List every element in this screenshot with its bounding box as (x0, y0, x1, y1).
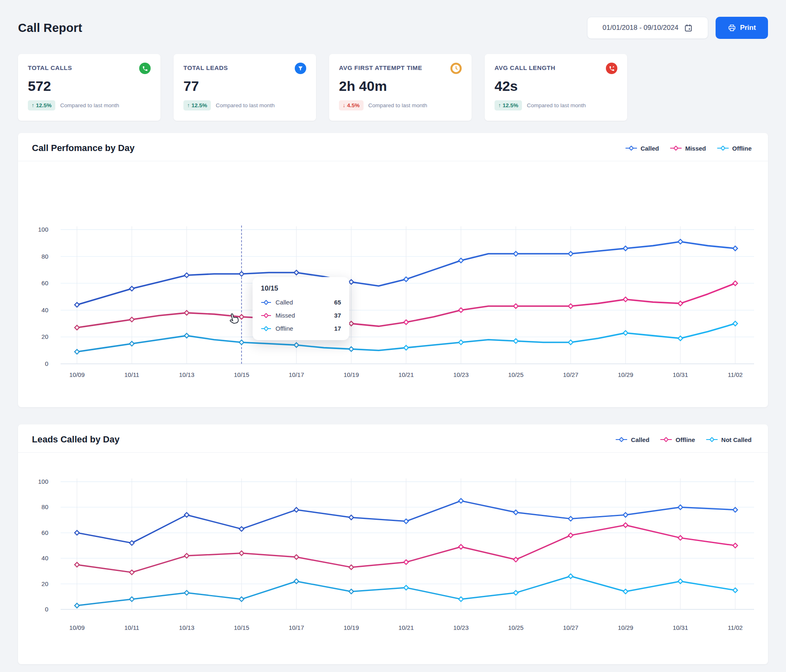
stat-card-avg-first-attempt: AVG FIRST ATTEMPT TIME 2h 40m ↓4.5% Comp… (329, 54, 472, 121)
topbar: Call Report 01/01/2018 - 09/10/2024 (18, 16, 768, 39)
chart-tooltip: 10/15 Called65Missed37Offline17 (253, 277, 349, 340)
tooltip-row-offline: Offline17 (261, 325, 341, 332)
svg-text:10/23: 10/23 (453, 624, 469, 631)
svg-text:10/15: 10/15 (234, 624, 249, 631)
legend-item-not-called[interactable]: Not Called (706, 436, 752, 443)
svg-text:10/31: 10/31 (673, 624, 688, 631)
stat-label: AVG CALL LENGTH (495, 63, 556, 71)
svg-text:10/19: 10/19 (343, 371, 359, 378)
delta-badge: ↓4.5% (339, 100, 364, 110)
svg-text:10/29: 10/29 (618, 624, 633, 631)
call-report-page: Call Report 01/01/2018 - 09/10/2024 (0, 0, 786, 672)
chart-title: Leads Called by Day (32, 434, 120, 445)
leads-called-chart[interactable]: 02040608010010/0910/1110/1310/1510/1710/… (18, 453, 768, 659)
svg-text:10/17: 10/17 (289, 624, 304, 631)
svg-text:80: 80 (41, 503, 48, 510)
svg-text:100: 100 (38, 478, 48, 485)
svg-text:10/13: 10/13 (179, 624, 194, 631)
stat-note: Compared to last month (527, 102, 586, 108)
stat-note: Compared to last month (216, 102, 275, 108)
svg-text:10/25: 10/25 (508, 624, 524, 631)
arrow-up-icon: ↑ (498, 102, 501, 108)
stat-value: 2h 40m (339, 78, 462, 94)
svg-text:20: 20 (41, 580, 48, 587)
svg-text:11/02: 11/02 (728, 371, 743, 378)
delta-badge: ↑12.5% (495, 100, 522, 110)
date-range-picker[interactable]: 01/01/2018 - 09/10/2024 (587, 17, 708, 39)
svg-text:10/17: 10/17 (289, 371, 304, 378)
svg-text:10/13: 10/13 (179, 371, 194, 378)
topbar-actions: 01/01/2018 - 09/10/2024 (587, 17, 768, 39)
svg-text:10/21: 10/21 (398, 371, 414, 378)
arrow-up-icon: ↑ (187, 102, 190, 108)
svg-text:10/11: 10/11 (124, 371, 139, 378)
phone-icon (139, 63, 151, 74)
printer-icon (728, 24, 736, 32)
stat-label: TOTAL CALLS (28, 63, 72, 71)
chart-legend: CalledOfflineNot Called (615, 436, 752, 443)
legend-item-offline[interactable]: Offline (717, 145, 752, 152)
tooltip-row-missed: Missed37 (261, 312, 341, 319)
legend-item-called[interactable]: Called (615, 436, 649, 443)
svg-text:10/27: 10/27 (563, 371, 578, 378)
legend-item-called[interactable]: Called (625, 145, 659, 152)
calendar-icon (684, 24, 693, 32)
svg-text:10/29: 10/29 (618, 371, 633, 378)
print-button[interactable]: Print (716, 17, 768, 39)
funnel-icon (295, 63, 306, 74)
svg-text:100: 100 (38, 226, 48, 233)
svg-text:80: 80 (41, 253, 48, 260)
svg-text:10/27: 10/27 (563, 624, 578, 631)
stats-row: TOTAL CALLS 572 ↑12.5% Compared to last … (18, 54, 768, 121)
stat-label: TOTAL LEADS (183, 63, 228, 71)
stat-note: Compared to last month (368, 102, 427, 108)
tooltip-date: 10/15 (261, 284, 341, 293)
stat-value: 572 (28, 78, 151, 94)
svg-text:20: 20 (41, 333, 48, 340)
svg-text:10/19: 10/19 (343, 624, 359, 631)
svg-text:11/02: 11/02 (728, 624, 743, 631)
stat-note: Compared to last month (60, 102, 119, 108)
stat-card-avg-call-length: AVG CALL LENGTH 42s ↑12.5% Compared to l… (485, 54, 627, 121)
stat-value: 77 (183, 78, 306, 94)
missed-call-icon (606, 63, 617, 74)
arrow-down-icon: ↓ (343, 102, 346, 108)
chart-legend: CalledMissedOffline (625, 145, 752, 152)
arrow-up-icon: ↑ (32, 102, 34, 108)
delta-badge: ↑12.5% (183, 100, 211, 110)
page-title: Call Report (18, 21, 82, 35)
svg-text:10/09: 10/09 (69, 371, 85, 378)
date-range-value: 01/01/2018 - 09/10/2024 (603, 24, 678, 32)
call-performance-chart[interactable]: 02040608010010/0910/1110/1310/1510/1710/… (18, 161, 768, 405)
stat-label: AVG FIRST ATTEMPT TIME (339, 63, 422, 71)
print-button-label: Print (740, 24, 756, 32)
svg-text:40: 40 (41, 555, 48, 562)
svg-text:60: 60 (41, 280, 48, 286)
call-performance-card: Call Perfomance by Day CalledMissedOffli… (18, 133, 768, 407)
svg-text:10/31: 10/31 (673, 371, 688, 378)
svg-text:40: 40 (41, 307, 48, 313)
chart-title: Call Perfomance by Day (32, 143, 135, 153)
clock-icon (450, 63, 462, 74)
legend-item-missed[interactable]: Missed (670, 145, 706, 152)
stat-card-total-calls: TOTAL CALLS 572 ↑12.5% Compared to last … (18, 54, 160, 121)
svg-text:10/15: 10/15 (234, 371, 249, 378)
delta-badge: ↑12.5% (28, 100, 55, 110)
svg-text:10/11: 10/11 (124, 624, 139, 631)
svg-text:0: 0 (45, 360, 48, 367)
svg-text:10/25: 10/25 (508, 371, 524, 378)
stat-card-total-leads: TOTAL LEADS 77 ↑12.5% Compared to last m… (174, 54, 316, 121)
svg-text:60: 60 (41, 529, 48, 536)
tooltip-row-called: Called65 (261, 299, 341, 306)
legend-item-offline[interactable]: Offline (660, 436, 695, 443)
stat-value: 42s (495, 78, 617, 94)
leads-called-card: Leads Called by Day CalledOfflineNot Cal… (18, 424, 768, 664)
svg-text:10/23: 10/23 (453, 371, 469, 378)
svg-text:10/21: 10/21 (398, 624, 414, 631)
svg-text:0: 0 (45, 606, 48, 613)
svg-text:10/09: 10/09 (69, 624, 85, 631)
